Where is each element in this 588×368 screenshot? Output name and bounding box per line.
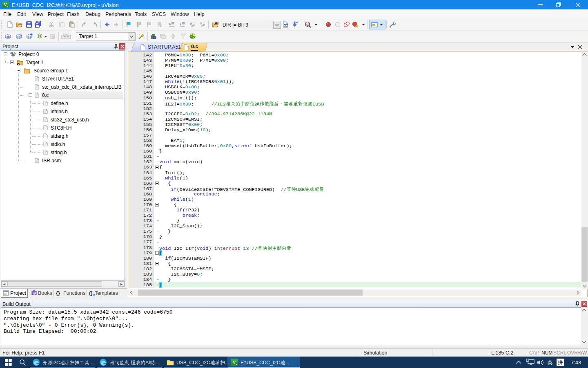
svg-text:s: s <box>236 363 237 366</box>
svg-text:LOAD: LOAD <box>63 33 69 36</box>
svg-text:?: ? <box>34 292 36 295</box>
svg-text:s: s <box>7 5 8 8</box>
svg-text:d: d <box>306 22 309 27</box>
